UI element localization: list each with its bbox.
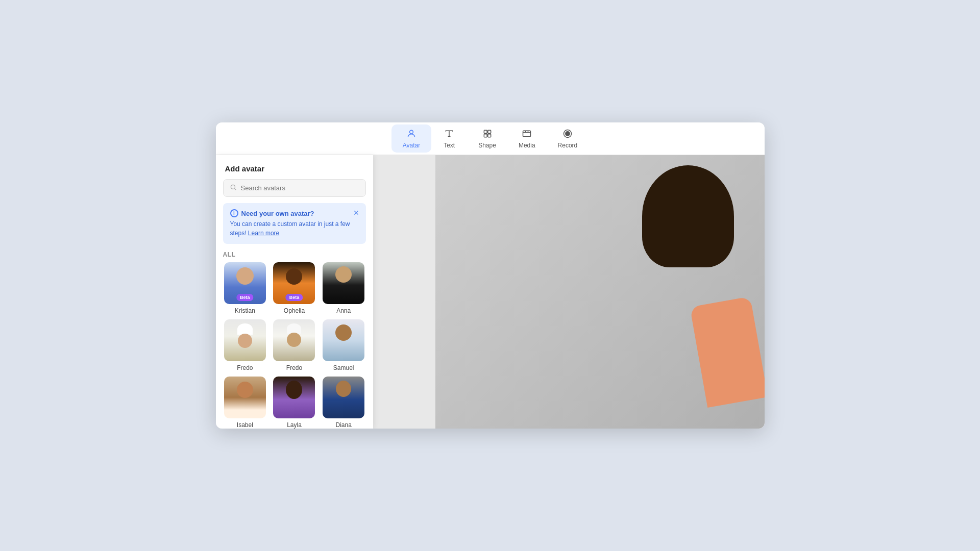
avatar-thumb-woman2 (273, 377, 315, 418)
tab-record-label: Record (558, 142, 578, 148)
avatar-hair-decoration (642, 165, 734, 267)
avatar-thumb-woman1 (224, 377, 266, 418)
avatar-name-anna: Anna (336, 307, 351, 314)
tab-text-label: Text (444, 142, 455, 148)
avatar-thumb-anna (323, 262, 364, 304)
avatar-name-samuel: Samuel (333, 364, 354, 371)
tab-media[interactable]: Media (507, 124, 547, 153)
avatar-item-kristian[interactable]: Beta Kristian (223, 262, 267, 314)
svg-rect-3 (484, 134, 487, 137)
search-box (223, 179, 366, 197)
tab-shape-label: Shape (478, 142, 496, 148)
avatar-grid: Beta Kristian Beta Ophelia Ann (223, 262, 366, 429)
svg-point-8 (231, 185, 235, 189)
avatar-thumb-fredo2 (273, 319, 315, 361)
svg-rect-2 (487, 130, 491, 133)
main-area: Add avatar i Need your own (216, 155, 765, 429)
avatar-icon (406, 129, 416, 140)
svg-rect-5 (523, 131, 531, 137)
avatar-thumb-woman3 (323, 377, 364, 418)
avatar-name-woman3: Diana (335, 421, 351, 429)
avatar-name-fredo1: Fredo (237, 364, 253, 371)
toolbar: Avatar Text Shape (216, 122, 765, 155)
beta-badge-ophelia: Beta (286, 294, 303, 301)
text-icon (444, 129, 454, 140)
avatar-thumb-fredo1 (224, 319, 266, 361)
tab-shape[interactable]: Shape (467, 124, 507, 153)
search-container (216, 179, 373, 203)
avatar-name-ophelia: Ophelia (284, 307, 305, 314)
avatar-item-woman3[interactable]: Diana (322, 377, 366, 429)
canvas-background (435, 155, 765, 429)
avatar-arm-decoration (690, 296, 764, 408)
tab-record[interactable]: Record (547, 124, 589, 153)
svg-point-0 (410, 130, 413, 134)
avatar-thumb-samuel (323, 319, 364, 361)
avatar-name-fredo2: Fredo (286, 364, 302, 371)
avatar-name-woman2: Layla (287, 421, 302, 429)
avatar-item-anna[interactable]: Anna (322, 262, 366, 314)
app-window: Avatar Text Shape (216, 122, 765, 429)
close-banner-button[interactable]: ✕ (352, 208, 361, 217)
avatar-item-samuel[interactable]: Samuel (322, 319, 366, 371)
search-icon (230, 184, 237, 192)
search-input[interactable] (241, 184, 359, 192)
tab-text[interactable]: Text (431, 124, 467, 153)
record-icon (562, 129, 573, 140)
avatar-name-woman1: Isabel (237, 421, 253, 429)
section-label: All (216, 251, 373, 262)
avatar-item-fredo2[interactable]: Fredo (272, 319, 316, 371)
avatar-thumb-ophelia: Beta (273, 262, 315, 304)
avatar-panel: Add avatar i Need your own (216, 155, 373, 429)
svg-rect-4 (487, 134, 491, 137)
avatar-grid-container[interactable]: Beta Kristian Beta Ophelia Ann (216, 262, 373, 429)
banner-title: i Need your own avatar? (230, 209, 359, 217)
avatar-thumb-kristian: Beta (224, 262, 266, 304)
media-icon (522, 129, 532, 140)
banner-body: You can create a custom avatar in just a… (230, 219, 359, 238)
info-icon: i (230, 209, 238, 217)
avatar-item-fredo1[interactable]: Fredo (223, 319, 267, 371)
shape-icon (482, 129, 493, 140)
tab-avatar-label: Avatar (403, 142, 420, 148)
avatar-name-kristian: Kristian (235, 307, 255, 314)
tab-media-label: Media (519, 142, 535, 148)
avatar-item-ophelia[interactable]: Beta Ophelia (272, 262, 316, 314)
svg-rect-1 (484, 130, 487, 133)
panel-title: Add avatar (216, 155, 373, 179)
svg-point-6 (566, 132, 570, 136)
info-banner: i Need your own avatar? You can create a… (223, 203, 366, 244)
tab-avatar[interactable]: Avatar (391, 124, 431, 153)
avatar-item-woman1[interactable]: Isabel (223, 377, 267, 429)
beta-badge-kristian: Beta (236, 294, 254, 301)
learn-more-link[interactable]: Learn more (248, 230, 279, 237)
avatar-item-woman2[interactable]: Layla (272, 377, 316, 429)
